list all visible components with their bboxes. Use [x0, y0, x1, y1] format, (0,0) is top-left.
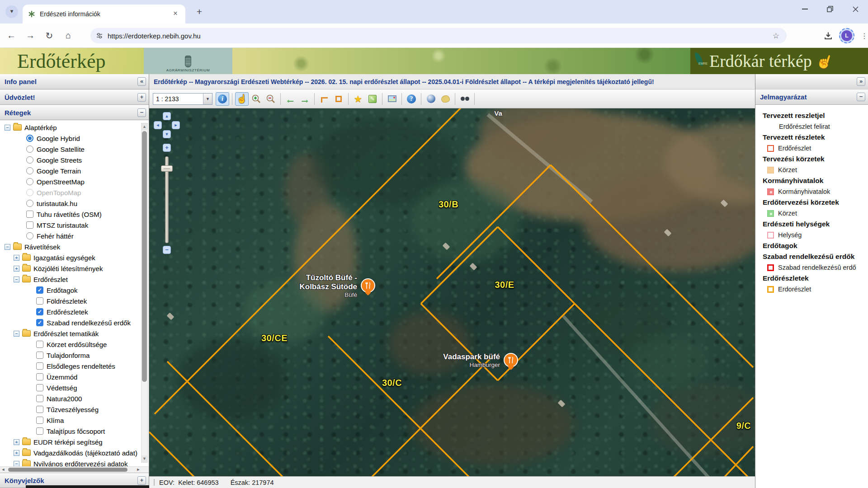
tree-vertical-scrollbar[interactable]: ▲ ▼ [141, 123, 148, 463]
layer-folder-row[interactable]: −Erdőrészlet [0, 274, 149, 285]
radio-button[interactable] [26, 145, 33, 153]
collapse-toggle[interactable]: − [14, 461, 19, 467]
radio-button[interactable] [26, 200, 33, 207]
draw-tool[interactable]: ✎ [366, 92, 379, 106]
expand-toggle[interactable]: + [14, 439, 19, 445]
layer-checkbox[interactable] [36, 406, 43, 413]
address-bar[interactable]: https://erdoterkep.nebih.gov.hu ☆ [90, 28, 787, 43]
greeting-section-header[interactable]: Üdvözlet! + [0, 89, 149, 105]
pan-up-button[interactable]: ▲ [163, 112, 171, 120]
erdokar-link[interactable]: EMRE Erdőkár térkép ☝ [690, 48, 868, 74]
radio-button[interactable] [26, 232, 33, 239]
layer-item-row[interactable]: Talajtípus főcsoport [0, 426, 149, 436]
layer-checkbox[interactable] [36, 341, 43, 348]
layer-item-row[interactable]: Tuhu rávetítés (OSM) [0, 209, 149, 220]
measure-area-tool[interactable] [332, 92, 345, 106]
pan-left-button[interactable]: ◄ [154, 121, 162, 129]
scroll-up-arrow[interactable]: ▲ [142, 123, 147, 130]
pan-tool[interactable]: ☝ [235, 92, 249, 106]
collapse-layers-button[interactable]: − [137, 108, 146, 117]
profile-avatar[interactable]: L [839, 28, 854, 43]
layer-item-row[interactable]: Klíma [0, 415, 149, 426]
zoom-out-tool[interactable] [264, 92, 278, 106]
expand-toggle[interactable]: + [14, 255, 19, 261]
layer-checkbox[interactable] [36, 352, 43, 359]
layer-folder-row[interactable]: −Rávetítések [0, 241, 149, 252]
layer-item-row[interactable]: ✓Szabad rendelkezésű erdők [0, 317, 149, 328]
tune-icon[interactable] [96, 32, 103, 39]
hscroll-thumb[interactable] [8, 468, 127, 472]
previous-extent-button[interactable]: ← [283, 92, 297, 106]
layer-item-row[interactable]: Google Satellite [0, 144, 149, 155]
collapse-toggle[interactable]: − [5, 125, 10, 131]
layer-checkbox[interactable] [36, 362, 43, 370]
image-export-tool[interactable] [385, 92, 399, 106]
collapse-panel-button[interactable]: « [137, 77, 146, 86]
collapse-toggle[interactable]: − [5, 244, 10, 250]
back-button[interactable]: ← [4, 28, 19, 43]
layer-checkbox[interactable] [26, 211, 33, 218]
scale-select[interactable]: 1 : 2133 ▼ [153, 93, 212, 105]
layer-item-row[interactable]: Körzet erdősültsége [0, 339, 149, 350]
zoom-out-button[interactable]: − [163, 246, 171, 254]
reload-button[interactable]: ↻ [42, 28, 57, 43]
layer-folder-row[interactable]: −Erdőrészlet tematikák [0, 328, 149, 339]
scroll-left-arrow[interactable]: ◄ [0, 467, 6, 473]
pan-right-button[interactable]: ► [172, 121, 180, 129]
zoom-slider-handle[interactable] [161, 165, 173, 172]
layer-checkbox[interactable]: ✓ [36, 308, 43, 315]
scroll-down-arrow[interactable]: ▼ [142, 455, 147, 462]
url-text[interactable]: https://erdoterkep.nebih.gov.hu [108, 32, 773, 40]
layer-item-row[interactable]: Üzemmód [0, 371, 149, 382]
layer-item-row[interactable]: Tűzveszélyesség [0, 404, 149, 415]
pan-down-button[interactable]: ▼ [163, 130, 171, 138]
downloads-icon[interactable] [824, 31, 833, 40]
radio-button[interactable] [26, 178, 33, 185]
layer-item-row[interactable]: Védettség [0, 382, 149, 393]
new-tab-button[interactable]: + [193, 6, 205, 18]
layer-folder-row[interactable]: +Vadgazdálkodás (tájékoztató adat) [0, 447, 149, 458]
layer-item-row[interactable]: MTSZ turistautak [0, 220, 149, 230]
bookmark-star-icon[interactable]: ☆ [773, 31, 779, 41]
layers-section-header[interactable]: Rétegek − [0, 105, 149, 120]
window-close-button[interactable] [843, 0, 868, 18]
scale-dropdown-arrow[interactable]: ▼ [203, 94, 212, 104]
next-extent-button[interactable]: → [298, 92, 311, 106]
bookmark-tool[interactable]: ★ [351, 92, 365, 106]
collapse-toggle[interactable]: − [14, 277, 19, 282]
layer-folder-row[interactable]: +Közjóléti létesítmények [0, 263, 149, 274]
browser-menu-button[interactable]: ⋮ [861, 35, 863, 37]
tab-close-button[interactable]: × [171, 9, 180, 19]
layer-item-row[interactable]: Földrészletek [0, 296, 149, 306]
layer-checkbox[interactable] [36, 297, 43, 305]
earth-overlay-tool[interactable] [439, 92, 452, 106]
collapse-toggle[interactable]: − [14, 331, 19, 337]
globe-tool[interactable] [424, 92, 438, 106]
layer-checkbox[interactable] [36, 373, 43, 380]
forward-button[interactable]: → [23, 28, 38, 43]
zoom-in-button[interactable]: + [163, 144, 171, 152]
layer-item-row[interactable]: Google Terrain [0, 165, 149, 176]
layer-item-row[interactable]: Google Streets [0, 155, 149, 165]
layer-checkbox[interactable] [36, 384, 43, 391]
zoom-in-tool[interactable] [250, 92, 263, 106]
layer-item-row[interactable]: ✓Erdőtagok [0, 285, 149, 296]
layer-checkbox[interactable]: ✓ [36, 319, 43, 326]
expand-bookmarks-button[interactable]: + [137, 476, 146, 485]
layer-checkbox[interactable] [36, 427, 43, 435]
expand-toggle[interactable]: + [14, 266, 19, 272]
layer-checkbox[interactable] [36, 417, 43, 424]
layer-folder-row[interactable]: −Nyilvános erdőtervezési adatok [0, 458, 149, 466]
layer-checkbox[interactable] [36, 395, 43, 402]
home-button[interactable]: ⌂ [61, 28, 76, 43]
map-viewport[interactable]: 30/B30/E30/CE30/C9/CVaTűzoltó Büfé -Kolb… [149, 108, 755, 476]
layer-item-row[interactable]: OpenTopoMap [0, 187, 149, 198]
layer-item-row[interactable]: ✓Erdőrészletek [0, 306, 149, 317]
layer-item-row[interactable]: Google Hybrid [0, 133, 149, 144]
scroll-right-arrow[interactable]: ► [135, 467, 142, 473]
layer-folder-row[interactable]: +EUDR térképi segítség [0, 436, 149, 447]
expand-greeting-button[interactable]: + [137, 93, 146, 102]
collapse-legend-button[interactable]: − [857, 93, 865, 101]
expand-toggle[interactable]: + [14, 450, 19, 456]
layer-item-row[interactable]: Fehér háttér [0, 230, 149, 241]
